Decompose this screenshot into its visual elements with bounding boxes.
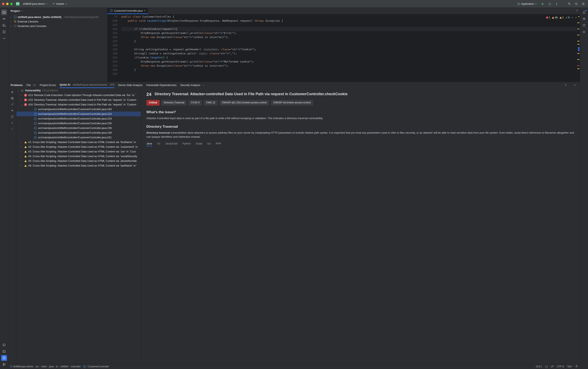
editor-body[interactable]: 7322022322422522622722822923023123223323… xyxy=(107,14,580,82)
tool-options-button[interactable] xyxy=(563,82,568,88)
breadcrumb-segment[interactable]: io xyxy=(56,365,58,368)
ok-count[interactable]: 9 xyxy=(565,16,570,20)
run-button[interactable] xyxy=(540,1,546,7)
notifications-button[interactable] xyxy=(581,10,587,15)
breadcrumb-segment[interactable]: CustomerController xyxy=(88,365,109,368)
tab-problems[interactable]: Problems xyxy=(11,82,23,88)
code-area[interactable]: public class CustomerController { public… xyxy=(119,14,577,82)
issue-location-row[interactable]: Csrc/main/java/io/shiftleft/controller/C… xyxy=(16,116,141,121)
pull-requests-tool-button[interactable] xyxy=(1,22,7,28)
project-selector[interactable]: shiftleft-java-demo xyxy=(21,1,49,6)
warning-count[interactable]: 48 xyxy=(552,16,557,20)
more-actions-button[interactable] xyxy=(554,1,559,7)
preview-button[interactable] xyxy=(10,108,15,113)
terminal-tool-button[interactable] xyxy=(1,348,7,354)
debug-button[interactable] xyxy=(547,1,552,7)
marker-strip[interactable] xyxy=(577,14,580,82)
tab-security-analysis[interactable]: Security Analysis × xyxy=(180,82,204,88)
editor-tab-options[interactable] xyxy=(575,8,580,13)
breadcrumb-segment[interactable]: src xyxy=(36,365,39,368)
issue-location-row[interactable]: Csrc/main/java/io/shiftleft/controller/C… xyxy=(16,112,141,116)
tab-server-side[interactable]: Server-Side Analysis xyxy=(118,82,143,88)
breadcrumb-segment[interactable]: shiftleft-java-demo xyxy=(13,365,33,368)
zoom-window-button[interactable] xyxy=(10,3,13,5)
tree-external-libs[interactable]: › External Libraries xyxy=(8,19,107,24)
issue-row[interactable]: ›!#23: Directory Traversal: Attacker-con… xyxy=(16,97,141,102)
indent[interactable]: Tab* xyxy=(567,365,572,368)
issue-row[interactable]: ›#6: Cross-Site Scripting: Attacker-Cont… xyxy=(16,163,141,168)
issues-tree[interactable]: ⌄ Vulnerability 178 problems›!#13: Remot… xyxy=(16,88,141,364)
web-button[interactable] xyxy=(10,95,15,101)
line-ending[interactable]: LF xyxy=(551,365,554,368)
minimize-window-button[interactable] xyxy=(6,3,9,5)
database-tool-button[interactable] xyxy=(581,22,587,28)
language-tab[interactable]: PHP xyxy=(216,142,221,146)
issue-row[interactable]: ›#3: Cross-Site Scripting: Attacker-Cont… xyxy=(16,149,141,154)
tree-root[interactable]: › shiftleft-java-demo [hello-shiftleft] … xyxy=(8,15,107,19)
braces-icon[interactable]: { } xyxy=(545,365,547,368)
more-tools-button[interactable] xyxy=(1,36,7,41)
collapse-button[interactable] xyxy=(10,126,15,132)
issue-category-row[interactable]: ⌄ Vulnerability 178 problems xyxy=(16,88,141,93)
language-tab[interactable]: Scala xyxy=(196,142,202,146)
close-icon[interactable]: × xyxy=(203,83,204,87)
chevron-down-icon[interactable] xyxy=(575,17,577,19)
encoding[interactable]: UTF-8 xyxy=(557,365,564,368)
cursor-position[interactable]: 224:1 xyxy=(536,365,542,368)
settings-button[interactable] xyxy=(581,1,586,7)
tab-vuln-deps[interactable]: Vulnerable Dependencies xyxy=(146,82,177,88)
issue-row[interactable]: ›#2: Cross-Site Scripting: Attacker-Cont… xyxy=(16,144,141,149)
issue-location-row[interactable]: Csrc/main/java/io/shiftleft/controller/C… xyxy=(16,121,141,126)
breadcrumb-segment[interactable]: main xyxy=(41,365,47,368)
doc-button[interactable] xyxy=(10,114,15,120)
readonly-toggle[interactable] xyxy=(575,365,578,368)
language-tab[interactable]: Java xyxy=(146,142,152,146)
code-with-me-button[interactable] xyxy=(567,1,572,7)
typo-count[interactable]: 2 xyxy=(559,16,564,20)
issue-row[interactable]: ⌄!#24: Directory Traversal: Attacker-con… xyxy=(16,102,141,107)
language-tab[interactable]: Python xyxy=(183,142,191,146)
vcs-branch-selector[interactable]: master xyxy=(51,1,69,6)
tree-scratches[interactable]: › Scratches and Consoles xyxy=(8,24,107,28)
commit-tool-button[interactable] xyxy=(1,16,7,22)
breadcrumb-segment[interactable]: java xyxy=(49,365,53,368)
issue-location-row[interactable]: Csrc/main/java/io/shiftleft/controller/C… xyxy=(16,107,141,112)
tab-project-errors[interactable]: Project Errors xyxy=(40,82,56,88)
run-config-selector[interactable]: Application xyxy=(516,1,538,6)
tab-qwiet-ai[interactable]: Qwiet AI shiftleft-java-demo@master 374 xyxy=(60,82,114,88)
project-tool-button[interactable] xyxy=(1,10,7,15)
maven-tool-button[interactable]: m xyxy=(581,29,587,35)
close-window-button[interactable] xyxy=(2,3,4,5)
issue-location-row[interactable]: Csrc/main/java/io/shiftleft/controller/C… xyxy=(16,126,141,130)
close-tab-button[interactable]: × xyxy=(144,9,146,12)
issue-row[interactable]: ›!#13: Remote Code Execution: Code Injec… xyxy=(16,93,141,97)
issue-row[interactable]: ›#1: Cross-Site Scripting: Attacker-Cont… xyxy=(16,140,141,144)
breadcrumb-segment[interactable]: shiftleft xyxy=(60,365,68,368)
language-tab[interactable]: JavaScript xyxy=(165,142,178,146)
issue-detail-pane[interactable]: 24 Directory Traversal: Attacker-control… xyxy=(141,88,580,364)
issue-location-row[interactable]: Csrc/main/java/io/shiftleft/controller/C… xyxy=(16,135,141,140)
services-tool-button[interactable] xyxy=(1,342,7,348)
vcs-tool-button[interactable] xyxy=(1,362,7,367)
search-everywhere-button[interactable] xyxy=(574,1,579,7)
issue-row[interactable]: ›#4: Cross-Site Scripting: Attacker-Cont… xyxy=(16,154,141,159)
error-count[interactable]: 1 xyxy=(546,16,550,20)
issue-row[interactable]: ›#5: Cross-Site Scripting: Attacker-Cont… xyxy=(16,159,141,163)
inspections-widget[interactable]: 1 48 2 9 xyxy=(545,15,578,20)
project-tree[interactable]: › shiftleft-java-demo [hello-shiftleft] … xyxy=(8,14,107,29)
breadcrumb-segment[interactable]: controller xyxy=(71,365,81,368)
expand-button[interactable] xyxy=(10,120,15,126)
ai-tool-button[interactable] xyxy=(581,16,587,22)
problems-tool-button[interactable] xyxy=(1,355,7,361)
project-panel-header[interactable]: Project xyxy=(8,8,107,14)
hide-tool-button[interactable] xyxy=(572,82,577,88)
editor-tab[interactable]: C CustomerController.java × xyxy=(107,8,148,14)
breadcrumb[interactable]: shiftleft-java-demo›src›main›java›io›shi… xyxy=(10,365,109,368)
issue-location-row[interactable]: Csrc/main/java/io/shiftleft/controller/C… xyxy=(16,130,141,135)
close-tree-button[interactable] xyxy=(10,89,15,95)
language-tab[interactable]: Go xyxy=(207,142,211,146)
chevron-up-icon[interactable] xyxy=(571,17,573,19)
wand-button[interactable] xyxy=(10,102,15,107)
language-tab[interactable]: C# xyxy=(157,142,160,146)
tab-file[interactable]: File 60 xyxy=(26,82,36,88)
